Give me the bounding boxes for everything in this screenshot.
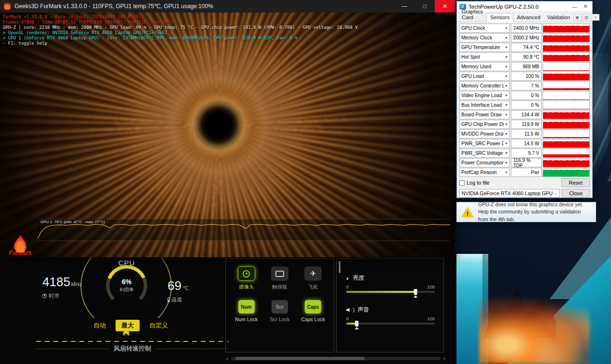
sensor-name-dropdown[interactable]: Memory Clock▼ (459, 33, 510, 42)
cpu-dashboard: CPU 6% 利用率 4185MHz 时序 69℃ 温度 自动 最大 自定义 风… (29, 257, 231, 364)
sensor-row: GPU Temperature▼ 74.4 °C (459, 43, 590, 52)
sensor-bar-fill (543, 122, 589, 128)
brightness-slider[interactable] (346, 291, 435, 293)
sensor-label: PWR_SRC Voltage (461, 151, 504, 156)
sensor-name-dropdown[interactable]: Board Power Draw▼ (459, 110, 510, 119)
camera-toggle-label: 摄像头 (239, 284, 254, 290)
speaker-icon (346, 308, 351, 313)
sensor-name-dropdown[interactable]: Memory Used▼ (459, 62, 510, 71)
scroll-lock-label: Scr Lock (270, 316, 290, 322)
scrollbar-thumb[interactable] (235, 357, 365, 360)
sensor-name-dropdown[interactable]: Bus Interface Load▼ (459, 100, 510, 110)
sensor-label: MVDDC Power Draw (461, 131, 504, 137)
caps-lock-toggle[interactable]: Caps Caps Lock (301, 300, 325, 322)
minimize-button[interactable]: — (394, 0, 415, 13)
furmark-render-viewport: FurMark v1.33.0.0 - Burn-in test, 1920x1… (0, 13, 455, 257)
notification-text: GPU-Z does not know this graphics device… (478, 201, 591, 223)
sensor-value: 0 % (511, 91, 542, 100)
mode-custom-button[interactable]: 自定义 (147, 320, 170, 331)
furmark-window: Geeks3D FurMark v1.33.0.0 - 110FPS, GPU1… (0, 0, 455, 257)
tab-advanced[interactable]: Advanced (513, 13, 544, 22)
fan-control-label: 风扇转速控制 (114, 344, 151, 353)
close-dialog-button[interactable]: Close (562, 189, 590, 198)
quick-toggles-panel: 摄像头 触摸板 ✈ 飞机 Num Num Lock Scr Scr Lock C… (225, 258, 334, 352)
tab-sensors[interactable]: Sensors (486, 13, 513, 22)
sensor-name-dropdown[interactable]: Hot Spot▼ (459, 52, 510, 62)
minimize-button[interactable]: — (570, 4, 579, 10)
reset-button[interactable]: Reset (561, 178, 590, 187)
sensor-name-dropdown[interactable]: GPU Clock▼ (459, 24, 510, 33)
scroll-left-icon[interactable]: ‹ (226, 355, 228, 362)
sensor-name-dropdown[interactable]: GPU Temperature▼ (459, 43, 510, 52)
sensor-name-dropdown[interactable]: GPU Load▼ (459, 72, 510, 81)
brightness-slider-pin (414, 295, 417, 298)
log-to-file-checkbox[interactable] (459, 180, 465, 186)
sensor-label: Hot Spot (461, 54, 504, 60)
volume-min: 0 (346, 316, 349, 321)
sensor-name-dropdown[interactable]: MVDDC Power Draw▼ (459, 129, 510, 138)
fan-control-row: 风扇转速控制 (36, 344, 229, 353)
touchpad-toggle[interactable]: 触摸板 (271, 266, 288, 290)
tab-graphics-card[interactable]: Graphics Card (458, 8, 486, 22)
gpu-device-select[interactable]: NVIDIA GeForce RTX 4060 Laptop GPU ⌄ (459, 189, 560, 198)
scroll-right-icon[interactable]: › (443, 355, 445, 362)
gpuz-footer-row2: NVIDIA GeForce RTX 4060 Laptop GPU ⌄ Clo… (457, 187, 592, 200)
volume-slider[interactable] (346, 323, 435, 325)
airplane-mode-toggle[interactable]: ✈ 飞机 (304, 266, 322, 290)
sensor-name-dropdown[interactable]: Power Consumption (%)▼ (459, 158, 510, 167)
sensor-history-graph (543, 149, 590, 158)
fan-panel-expander[interactable] (124, 333, 129, 337)
volume-slider-pin (355, 327, 359, 329)
scrollbar-track[interactable] (231, 357, 440, 360)
sensor-bar-fill (543, 88, 589, 90)
close-button[interactable]: ✕ (581, 3, 590, 10)
sensor-name-dropdown[interactable]: Memory Controller Load▼ (459, 81, 510, 90)
brightness-slider-handle[interactable] (414, 289, 417, 295)
sensor-row: PWR_SRC Power Draw▼ 14.5 W (459, 139, 590, 148)
panel-scrollbar[interactable] (339, 261, 340, 273)
maximize-button[interactable]: □ (415, 0, 435, 13)
speaker-wave-icon: ) (353, 307, 354, 313)
sensor-label: GPU Chip Power Draw (461, 122, 504, 127)
tab-validation[interactable]: Validation (544, 13, 573, 22)
scroll-lock-toggle[interactable]: Scr Scr Lock (270, 300, 290, 322)
mode-auto-button[interactable]: 自动 (91, 320, 108, 331)
cpu-frequency-caption: 时序 (49, 292, 59, 300)
airplane-icon: ✈ (310, 269, 316, 278)
chevron-down-icon: ▼ (505, 46, 508, 49)
chevron-down-icon: ▼ (505, 113, 508, 116)
divider (36, 349, 109, 349)
sensor-name-dropdown[interactable]: Video Engine Load▼ (459, 91, 510, 100)
cpu-temperature-caption: 温度 (171, 296, 182, 303)
sensor-label: Board Power Draw (461, 112, 504, 117)
sensor-value: 74.4 °C (511, 43, 542, 52)
sensor-row: Memory Used▼ 968 MB (459, 62, 590, 71)
sensor-history-graph (543, 129, 590, 138)
cpu-utilization-readout: 6% 利用率 (106, 265, 147, 306)
osd-line: Frames:67866 - time:00:09:52 - FPS:110 (… (3, 20, 358, 25)
camera-toggle[interactable]: 摄像头 (238, 266, 255, 290)
sensor-name-dropdown[interactable]: GPU Chip Power Draw▼ (459, 120, 510, 129)
num-lock-toggle[interactable]: Num Num Lock (235, 300, 258, 322)
sensor-label: GPU Clock (461, 25, 504, 31)
mode-max-button[interactable]: 最大 (116, 320, 140, 331)
sensor-name-dropdown[interactable]: PerfCap Reason▼ (459, 168, 510, 177)
horizontal-scrollbar[interactable]: ‹ › (226, 355, 445, 362)
display-icon[interactable]: ▤ (583, 14, 590, 21)
caps-lock-key: Caps (305, 300, 321, 314)
cpu-temperature-unit: ℃ (182, 285, 188, 291)
furmark-window-title: Geeks3D FurMark v1.33.0.0 - 110FPS, GPU1… (14, 3, 394, 10)
sensor-history-graph (543, 139, 590, 148)
volume-slider-handle[interactable] (355, 321, 359, 326)
screenshot-icon[interactable]: ◉ (573, 14, 581, 21)
sensor-history-graph (543, 81, 590, 90)
sensor-bar-fill (543, 55, 589, 61)
menu-icon[interactable]: ≡ (592, 14, 599, 21)
close-button[interactable]: ✕ (435, 0, 455, 13)
control-center-app: CPU 6% 利用率 4185MHz 时序 69℃ 温度 自动 最大 自定义 风… (0, 257, 456, 364)
sliders-panel: ◐ 亮度 0 100 ) 声音 0 100 (336, 258, 444, 352)
sensor-name-dropdown[interactable]: PWR_SRC Power Draw▼ (459, 139, 510, 148)
sensor-name-dropdown[interactable]: PWR_SRC Voltage▼ (459, 149, 510, 158)
sensor-row: Power Consumption (%)▼ 116.9 % TDP (459, 158, 590, 167)
sensor-bar-fill (543, 45, 589, 51)
